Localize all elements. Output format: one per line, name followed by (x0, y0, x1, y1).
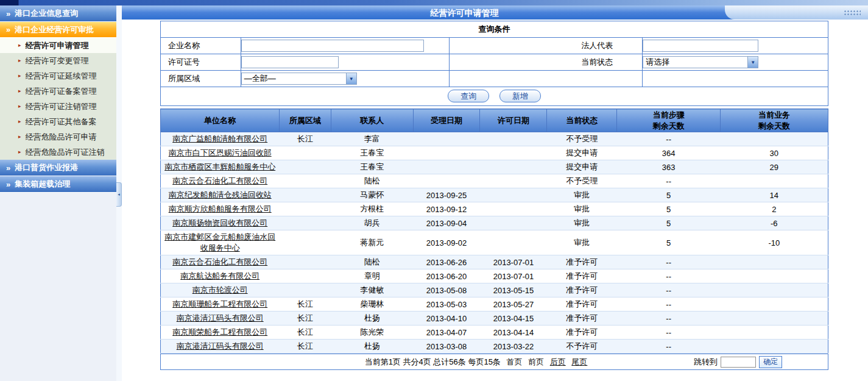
contact-cell: 陆松 (331, 174, 413, 188)
next-page-link[interactable]: 后页 (550, 357, 566, 366)
biz-days-cell (721, 283, 828, 297)
accept-date-cell: 2013-06-26 (413, 255, 480, 269)
license-no-input[interactable] (241, 56, 339, 68)
company-name-cell: 南京航达船务有限公司 (161, 269, 280, 283)
column-header: 所属区域 (279, 109, 331, 132)
sidebar-item-label: 经营危险品许可申请 (26, 132, 97, 143)
company-name-link[interactable]: 南京港清江码头有限公司 (177, 313, 264, 322)
jump-page-input[interactable] (721, 357, 756, 368)
browser-top-strip (0, 0, 868, 5)
search-button[interactable]: 查询 (448, 90, 489, 102)
biz-days-cell: 14 (721, 188, 828, 202)
sidebar-item-dangerous-goods-license-cancel[interactable]: ▸经营危险品许可证注销 (0, 144, 116, 160)
arrow-bullet-icon: ▸ (18, 73, 21, 79)
company-name-link[interactable]: 南京顺荣船务工程有限公司 (172, 327, 267, 336)
company-name-link[interactable]: 南京航达船务有限公司 (180, 271, 259, 280)
legal-rep-input[interactable] (643, 40, 758, 52)
table-row: 南京云合石油化工有限公司陆松不予受理-- (161, 174, 828, 188)
enterprise-name-input[interactable] (241, 40, 424, 52)
region-cell (279, 160, 331, 174)
sidebar-item-container-overload-control[interactable]: »集装箱超载治理 (0, 176, 116, 193)
biz-days-cell: 29 (721, 160, 828, 174)
results-body: 南京广益船舶清舱有限公司长江李富不予受理--南京市白下区恩赐污油回收部王春宝提交… (161, 132, 828, 354)
license-date-cell: 2013-05-15 (480, 283, 547, 297)
column-header: 当前业务 剩余天数 (721, 109, 828, 132)
company-name-link[interactable]: 南京云合石油化工有限公司 (172, 257, 267, 266)
license-date-cell: 2013-03-22 (480, 340, 547, 354)
confirm-button[interactable]: 确定 (759, 356, 782, 368)
table-header-row: 单位名称所属区域联系人受理日期许可日期当前状态当前步骤 剩余天数当前业务 剩余天… (161, 109, 828, 132)
accept-date-cell: 2013-04-10 (413, 312, 480, 326)
status-label: 当前状态 (449, 54, 643, 71)
biz-days-cell: -6 (721, 216, 828, 230)
status-cell: 准予许可 (547, 269, 617, 283)
company-name-link[interactable]: 南京市轮渡公司 (192, 285, 248, 294)
company-name-link[interactable]: 南京纪发船舶清仓残油回收站 (169, 190, 272, 199)
table-row: 南京市建邺区金元船舶废油水回收服务中心蒋新元2013-09-02审批5-10 (161, 230, 828, 255)
region-cell (279, 188, 331, 202)
content-panel: 查询条件 企业名称 法人代表 许可证号 当前状态 (160, 21, 828, 370)
sidebar-collapse-handle[interactable]: ◂ (116, 182, 122, 207)
company-name-cell: 南京市白下区恩赐污油回收部 (161, 146, 280, 160)
last-page-link[interactable]: 尾页 (571, 357, 587, 366)
company-name-cell: 南京云合石油化工有限公司 (161, 174, 280, 188)
contact-cell: 胡兵 (331, 216, 413, 230)
chevron-down-icon: ▼ (346, 73, 356, 84)
contact-cell: 马蒙怀 (331, 188, 413, 202)
sidebar-item-license-other-record[interactable]: ▸经营许可证其他备案 (0, 114, 116, 129)
status-select-value: 请选择 (646, 57, 669, 68)
company-name-link[interactable]: 南京顺扬物资回收有限公司 (172, 218, 267, 227)
sidebar-item-port-cargo-report[interactable]: »港口普货作业报港 (0, 160, 116, 176)
first-page-link[interactable]: 首页 (506, 357, 522, 366)
sidebar-item-license-cancel-mgmt[interactable]: ▸经营许可证注销管理 (0, 99, 116, 114)
region-select[interactable]: —全部— ▼ (241, 73, 357, 85)
company-name-link[interactable]: 南京市白下区恩赐污油回收部 (169, 148, 272, 157)
add-button[interactable]: 新增 (499, 90, 541, 102)
accept-date-cell: 2013-04-07 (413, 326, 480, 340)
arrow-bullet-icon: ▸ (18, 134, 21, 140)
status-cell: 审批 (547, 188, 617, 202)
sidebar-item-dangerous-goods-license-apply[interactable]: ▸经营危险品许可申请 (0, 129, 116, 144)
table-row: 南京云合石油化工有限公司陆松2013-06-262013-07-01准予许可-- (161, 255, 828, 269)
sidebar-item-license-record-mgmt[interactable]: ▸经营许可证备案管理 (0, 84, 116, 99)
company-name-link[interactable]: 南京市建邺区金元船舶废油水回收服务中心 (164, 232, 275, 252)
region-cell (279, 146, 331, 160)
biz-days-cell (721, 340, 828, 354)
license-date-cell (480, 230, 547, 255)
company-name-link[interactable]: 南京市栖霞区丰辉船舶服务中心 (164, 162, 275, 171)
company-name-link[interactable]: 南京顺珊船务工程有限公司 (172, 299, 267, 308)
company-name-cell: 南京市建邺区金元船舶废油水回收服务中心 (161, 230, 280, 255)
region-cell (279, 216, 331, 230)
jump-group: 跳转到 确定 (694, 356, 782, 368)
company-name-link[interactable]: 南京云合石油化工有限公司 (172, 176, 267, 185)
sidebar-item-license-application-mgmt[interactable]: ▸经营许可申请管理 (0, 38, 116, 53)
accept-date-cell: 2013-06-20 (413, 269, 480, 283)
jump-to-label: 跳转到 (694, 357, 718, 368)
biz-days-cell (721, 269, 828, 283)
table-row: 南京市白下区恩赐污油回收部王春宝提交申请36430 (161, 146, 828, 160)
company-name-link[interactable]: 南京广益船舶清舱有限公司 (172, 134, 267, 143)
contact-cell: 李富 (331, 132, 413, 146)
company-name-cell: 南京顺方欣船舶服务有限公司 (161, 202, 280, 216)
biz-days-cell (721, 312, 828, 326)
sidebar-item-license-renewal-mgmt[interactable]: ▸经营许可证延续管理 (0, 68, 116, 84)
step-days-cell: 5 (617, 188, 721, 202)
status-cell: 审批 (547, 230, 617, 255)
prev-page-link[interactable]: 前页 (528, 357, 544, 366)
company-name-link[interactable]: 南京顺方欣船舶服务有限公司 (169, 204, 272, 213)
sidebar-item-license-change-mgmt[interactable]: ▸经营许可变更管理 (0, 53, 116, 68)
accept-date-cell: 2013-09-12 (413, 202, 480, 216)
pagination-summary-group: 当前第1页 共分4页 总计56条 每页15条 首页 前页 后页 尾页 (161, 357, 694, 368)
status-select[interactable]: 请选择 ▼ (643, 56, 758, 68)
table-row: 南京广益船舶清舱有限公司长江李富不予受理-- (161, 132, 828, 146)
pagination-summary: 当前第1页 共分4页 总计56条 每页15条 (365, 357, 501, 366)
biz-days-cell: 2 (721, 202, 828, 216)
biz-days-cell (721, 297, 828, 312)
company-name-link[interactable]: 南京港清江码头有限公司 (177, 341, 264, 351)
accept-date-cell (413, 160, 480, 174)
sidebar-item-port-enterprise-license-approval[interactable]: »港口企业经营许可审批 (0, 22, 116, 38)
step-days-cell: 5 (617, 230, 721, 255)
region-label: 所属区域 (161, 71, 241, 87)
step-days-cell: -- (617, 174, 721, 188)
sidebar-item-port-enterprise-info-query[interactable]: »港口企业信息查询 (0, 5, 116, 22)
